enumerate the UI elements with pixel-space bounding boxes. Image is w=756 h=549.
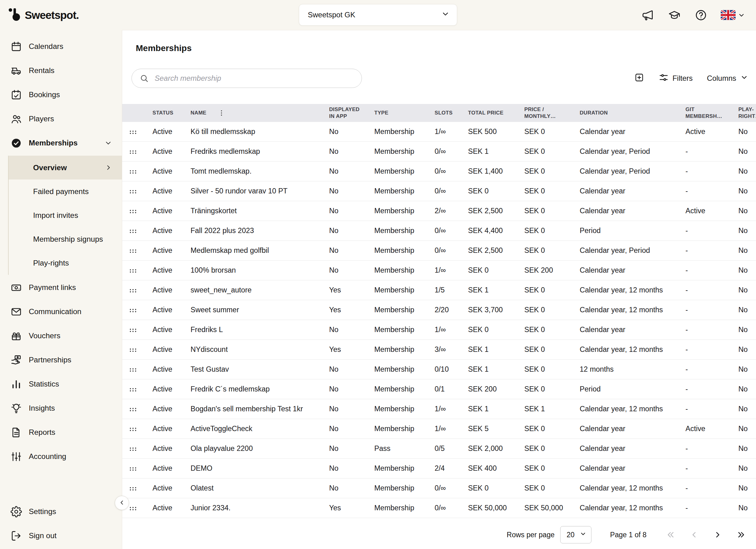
columns-button[interactable]: Columns [707, 73, 749, 84]
drag-handle-icon[interactable] [129, 446, 137, 452]
search-input[interactable] [131, 69, 362, 88]
cell-type: Membership [366, 281, 426, 300]
table-row[interactable]: ActiveTräningskortetNoMembership2/∞SEK 2… [122, 201, 756, 221]
table-row[interactable]: Activesweet_new_autoreYesMembership1/5SE… [122, 281, 756, 300]
drag-handle-icon[interactable] [129, 247, 137, 253]
accounting-icon [11, 451, 22, 462]
cell-duration: Calendar year [571, 201, 677, 221]
table-row[interactable]: ActiveBogdan's sell membership Test 1krN… [122, 399, 756, 419]
sidebar-subitem-membership-signups[interactable]: Membership signups [9, 227, 122, 251]
drag-handle-icon[interactable] [129, 307, 137, 313]
drag-handle-icon[interactable] [129, 505, 137, 511]
cell-slots: 0/∞ [426, 142, 459, 161]
drag-handle-icon[interactable] [129, 367, 137, 372]
drag-handle-icon[interactable] [129, 228, 137, 234]
next-page-button[interactable] [711, 528, 724, 542]
drag-handle-icon[interactable] [129, 188, 137, 194]
table-row[interactable]: ActiveSilver - 50 rundor varav 10 PTNoMe… [122, 181, 756, 201]
club-selector-dropdown[interactable]: Sweetspot GK [299, 4, 457, 26]
cell-name: ActiveToggleCheck [182, 419, 320, 439]
announcements-button[interactable] [641, 8, 655, 22]
drag-handle-icon[interactable] [129, 406, 137, 412]
sidebar-item-label: Rentals [29, 66, 54, 75]
table-row[interactable]: ActiveTomt medlemskap.NoMembership0/∞SEK… [122, 161, 756, 181]
cell-duration: Calendar year [571, 419, 677, 439]
table-row[interactable]: ActiveFredrik C´s medlemskapNoMembership… [122, 380, 756, 399]
drag-handle-icon[interactable] [129, 267, 137, 273]
sidebar-collapse-button[interactable] [115, 496, 129, 510]
rows-per-page-select[interactable]: 20 [560, 526, 592, 543]
cell-displayed_in_app: No [320, 201, 366, 221]
drag-handle-icon[interactable] [129, 465, 137, 471]
column-header-slots[interactable]: SLOTS [426, 104, 459, 122]
sidebar-item-partnerships[interactable]: Partnerships [0, 348, 122, 372]
drag-handle-icon[interactable] [129, 168, 137, 174]
column-header-duration[interactable]: DURATION [571, 104, 677, 122]
sidebar-item-sign-out[interactable]: Sign out [0, 524, 122, 548]
sidebar-item-memberships[interactable]: Memberships [0, 131, 122, 155]
cell-drag [122, 478, 144, 498]
sidebar-item-rentals[interactable]: Rentals [0, 58, 122, 83]
drag-handle-icon[interactable] [129, 347, 137, 353]
drag-handle-icon[interactable] [129, 386, 137, 392]
prev-page-button[interactable] [687, 528, 701, 542]
column-header-git_membership[interactable]: GIT MEMBERSH… [677, 104, 730, 122]
column-header-price_monthly[interactable]: PRICE / MONTHLY… [516, 104, 571, 122]
drag-handle-icon[interactable] [129, 129, 137, 135]
drag-handle-icon[interactable] [129, 208, 137, 214]
column-header-play_right[interactable]: PLAY-RIGHT… [730, 104, 756, 122]
communication-icon [11, 306, 22, 318]
sidebar-item-statistics[interactable]: Statistics [0, 372, 122, 396]
table-row[interactable]: ActiveMedlemskap med golfbilNoMembership… [122, 241, 756, 260]
table-row[interactable]: ActiveFall 2022 plus 2023NoMembership0/∞… [122, 221, 756, 241]
drag-handle-icon[interactable] [129, 148, 137, 154]
sidebar-item-bookings[interactable]: Bookings [0, 83, 122, 107]
column-header-type[interactable]: TYPE [366, 104, 426, 122]
table-row[interactable]: ActiveKö till medlemsskapNoMembership1/∞… [122, 122, 756, 142]
last-page-button[interactable] [734, 528, 748, 542]
table-row[interactable]: ActiveOla playvalue 2200NoPass0/5SEK 2,0… [122, 439, 756, 459]
table-row[interactable]: ActiveDEMONoMembership2/4SEK 400SEK 0Cal… [122, 459, 756, 478]
column-menu-icon[interactable] [217, 109, 226, 117]
sidebar-item-communication[interactable]: Communication [0, 300, 122, 324]
drag-handle-icon[interactable] [129, 426, 137, 432]
sidebar-item-accounting[interactable]: Accounting [0, 444, 122, 469]
sidebar-item-vouchers[interactable]: Vouchers [0, 324, 122, 348]
table-row[interactable]: ActiveFredriks medlemskapNoMembership0/∞… [122, 142, 756, 161]
column-header-status[interactable]: STATUS [144, 104, 182, 122]
column-header-total_price[interactable]: TOTAL PRICE [459, 104, 516, 122]
sidebar-item-insights[interactable]: Insights [0, 396, 122, 420]
drag-handle-icon[interactable] [129, 287, 137, 293]
table-row[interactable]: ActiveOlatestNoMembership0/∞SEK 0SEK 0Ca… [122, 478, 756, 498]
sidebar-item-calendars[interactable]: Calendars [0, 34, 122, 58]
table-row[interactable]: ActiveJunior 2334.YesMembership0/∞SEK 50… [122, 498, 756, 518]
academy-button[interactable] [668, 8, 681, 22]
drag-handle-icon[interactable] [129, 327, 137, 333]
table-row[interactable]: ActiveNYdiscountYesMembership3/∞SEK 1SEK… [122, 340, 756, 360]
column-header-displayed_in_app[interactable]: DISPLAYED IN APP [320, 104, 366, 122]
drag-handle-icon[interactable] [129, 485, 137, 491]
sidebar-item-players[interactable]: Players [0, 107, 122, 131]
help-button[interactable] [694, 8, 708, 22]
sidebar-item-payment-links[interactable]: Payment links [0, 276, 122, 300]
sidebar-subitem-overview[interactable]: Overview [9, 156, 122, 179]
table-row[interactable]: ActiveTest GustavNoMembership0/10SEK 1SE… [122, 360, 756, 380]
table-row[interactable]: ActiveFredriks LNoMembership1/∞SEK 0SEK … [122, 320, 756, 340]
language-selector[interactable] [721, 10, 745, 20]
sidebar-item-settings[interactable]: Settings [0, 500, 122, 524]
first-page-button[interactable] [664, 528, 677, 542]
sidebar-subitem-failed-payments[interactable]: Failed payments [9, 179, 122, 203]
table-row[interactable]: ActiveActiveToggleCheckNoMembership1/∞SE… [122, 419, 756, 439]
cell-total_price: SEK 500 [459, 122, 516, 141]
add-button[interactable] [634, 72, 644, 84]
table-row[interactable]: ActiveSweet summerYesMembership2/20SEK 3… [122, 300, 756, 320]
cell-displayed_in_app: No [320, 459, 366, 478]
rows-per-page-label: Rows per page [507, 531, 555, 539]
sidebar-subitem-play-rights[interactable]: Play-rights [9, 251, 122, 275]
sidebar-item-reports[interactable]: Reports [0, 420, 122, 444]
filters-button[interactable]: Filters [659, 72, 693, 84]
column-header-name[interactable]: NAME [182, 104, 320, 122]
table-row[interactable]: Active100% brorsanNoMembership1/∞SEK 0SE… [122, 260, 756, 281]
sidebar-item-label: Payment links [29, 283, 76, 292]
sidebar-subitem-import-invites[interactable]: Import invites [9, 203, 122, 227]
